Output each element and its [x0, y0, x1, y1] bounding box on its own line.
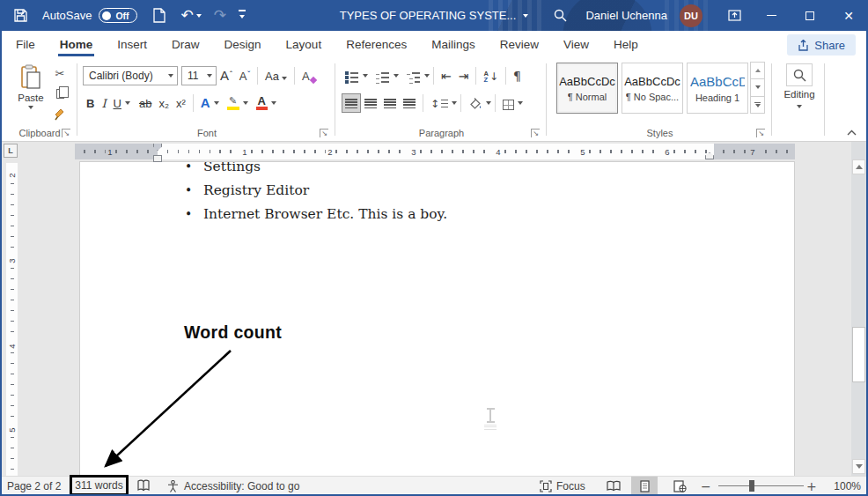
shrink-font-button[interactable]: Aˇ [236, 66, 254, 85]
autosave-toggle[interactable]: Off [99, 8, 136, 23]
read-mode-button[interactable] [600, 477, 627, 495]
quick-access-more-icon[interactable] [239, 10, 246, 21]
proofing-icon[interactable] [136, 477, 151, 495]
zoom-out-button[interactable]: − [701, 477, 711, 495]
line-spacing-chevron-icon[interactable] [452, 101, 457, 107]
tab-selector[interactable]: L [4, 144, 18, 158]
tab-view[interactable]: View [551, 31, 601, 58]
justify-button[interactable] [400, 93, 419, 113]
cut-button[interactable]: ✂ [51, 65, 69, 81]
tab-references[interactable]: References [334, 31, 419, 58]
multilevel-list-button[interactable] [403, 66, 424, 85]
text-effects-chevron-icon[interactable] [214, 101, 219, 107]
tab-help[interactable]: Help [601, 31, 651, 58]
share-button[interactable]: Share [787, 34, 856, 56]
save-icon[interactable] [11, 5, 30, 26]
font-size-select[interactable]: 11 [181, 66, 217, 85]
increase-indent-button[interactable]: ⇥ [455, 66, 473, 85]
new-document-icon[interactable] [150, 5, 169, 26]
page-indicator[interactable]: Page 2 of 2 [7, 477, 61, 495]
document-page[interactable]: •Settings•Registry Editor•Internet Brows… [79, 161, 795, 476]
grow-font-button[interactable]: Aˆ [217, 66, 236, 85]
format-painter-button[interactable] [51, 106, 69, 122]
show-hide-marks-button[interactable]: ¶ [510, 66, 525, 85]
scroll-up-button[interactable] [852, 159, 865, 174]
accessibility-status[interactable]: Accessibility: Good to go [167, 477, 299, 495]
copy-button[interactable] [51, 85, 69, 101]
numbering-button[interactable] [372, 66, 394, 85]
bullets-chevron-icon[interactable] [363, 74, 368, 80]
tab-home[interactable]: Home [48, 31, 106, 58]
line-spacing-button[interactable]: ↕ [427, 93, 452, 113]
styles-more-button[interactable] [750, 96, 765, 114]
font-name-select[interactable]: Calibri (Body) [83, 66, 178, 85]
font-color-button[interactable]: A [253, 93, 271, 113]
style-card-heading-1[interactable]: AaBbCcDHeading 1 [687, 63, 748, 114]
multilevel-chevron-icon[interactable] [424, 74, 430, 80]
vertical-ruler[interactable]: 2345 [6, 163, 18, 476]
styles-scroll-up-button[interactable] [750, 62, 765, 79]
underline-chevron-icon[interactable] [125, 101, 130, 107]
style-card--no-spac-[interactable]: AaBbCcDc¶ No Spac... [622, 63, 683, 114]
borders-chevron-icon[interactable] [518, 101, 523, 107]
scrollbar-thumb[interactable] [852, 327, 865, 382]
text-effects-button[interactable]: A [197, 93, 214, 113]
collapse-ribbon-button[interactable] [845, 127, 857, 137]
sort-button[interactable]: AZ↓ [480, 66, 501, 85]
tab-design[interactable]: Design [212, 31, 274, 58]
font-color-chevron-icon[interactable] [271, 101, 276, 107]
align-left-button[interactable] [342, 93, 361, 113]
underline-button[interactable]: U [110, 93, 125, 113]
styles-scroll-down-button[interactable] [750, 78, 765, 96]
editing-button[interactable]: Editing [784, 63, 814, 111]
left-indent-marker[interactable] [153, 155, 162, 162]
clear-formatting-button[interactable]: A [298, 66, 313, 85]
word-count-box[interactable]: 311 words [70, 475, 129, 496]
highlight-button[interactable]: ✎ [224, 93, 243, 113]
style-card--normal[interactable]: AaBbCcDc¶ Normal [556, 63, 618, 114]
strikethrough-button[interactable]: ab [136, 93, 155, 113]
focus-button[interactable]: Focus [540, 477, 585, 495]
borders-button[interactable] [499, 93, 518, 113]
align-center-button[interactable] [361, 93, 380, 113]
paste-button[interactable]: Paste [11, 63, 51, 122]
tab-mailings[interactable]: Mailings [419, 31, 488, 58]
tab-draw[interactable]: Draw [159, 31, 212, 58]
avatar[interactable]: DU [680, 4, 702, 27]
minimize-button[interactable] [752, 0, 791, 31]
ribbon-display-options-icon[interactable] [717, 0, 752, 31]
change-case-button[interactable]: Aa [261, 66, 291, 85]
title-dropdown-icon[interactable] [523, 14, 528, 20]
close-button[interactable]: ✕ [829, 0, 868, 31]
tab-insert[interactable]: Insert [105, 31, 159, 58]
autosave-control[interactable]: AutoSave Off [42, 8, 137, 23]
horizontal-ruler[interactable]: 11234567 [75, 144, 795, 159]
zoom-level[interactable]: 100% [826, 477, 861, 495]
tab-review[interactable]: Review [488, 31, 551, 58]
bullets-button[interactable] [342, 66, 363, 85]
shading-button[interactable] [465, 93, 486, 113]
undo-button[interactable]: ↶ [181, 8, 202, 23]
search-icon[interactable] [543, 0, 577, 31]
align-right-button[interactable] [380, 93, 400, 113]
scroll-down-button[interactable] [852, 459, 865, 474]
decrease-indent-button[interactable]: ⇤ [438, 66, 455, 85]
styles-dialog-launcher[interactable]: ↘ [756, 129, 765, 137]
user-name[interactable]: Daniel Uchenna [585, 9, 667, 22]
print-layout-button[interactable] [631, 477, 658, 495]
highlight-chevron-icon[interactable] [243, 101, 248, 107]
superscript-button[interactable]: x² [173, 93, 189, 113]
maximize-button[interactable] [791, 0, 829, 31]
bold-button[interactable]: B [83, 93, 98, 113]
font-dialog-launcher[interactable]: ↘ [320, 129, 328, 137]
italic-button[interactable]: I [98, 93, 109, 113]
zoom-slider-track[interactable] [718, 485, 804, 486]
zoom-slider-handle[interactable] [749, 480, 754, 492]
vertical-scrollbar[interactable] [851, 142, 866, 476]
tab-file[interactable]: File [4, 31, 48, 58]
clipboard-dialog-launcher[interactable]: ↘ [62, 129, 70, 137]
subscript-button[interactable]: x₂ [155, 93, 173, 113]
numbering-chevron-icon[interactable] [394, 74, 399, 80]
zoom-in-button[interactable]: + [806, 477, 817, 495]
document-title[interactable]: TYPES OF OPERATING SYSTE... [340, 9, 517, 22]
